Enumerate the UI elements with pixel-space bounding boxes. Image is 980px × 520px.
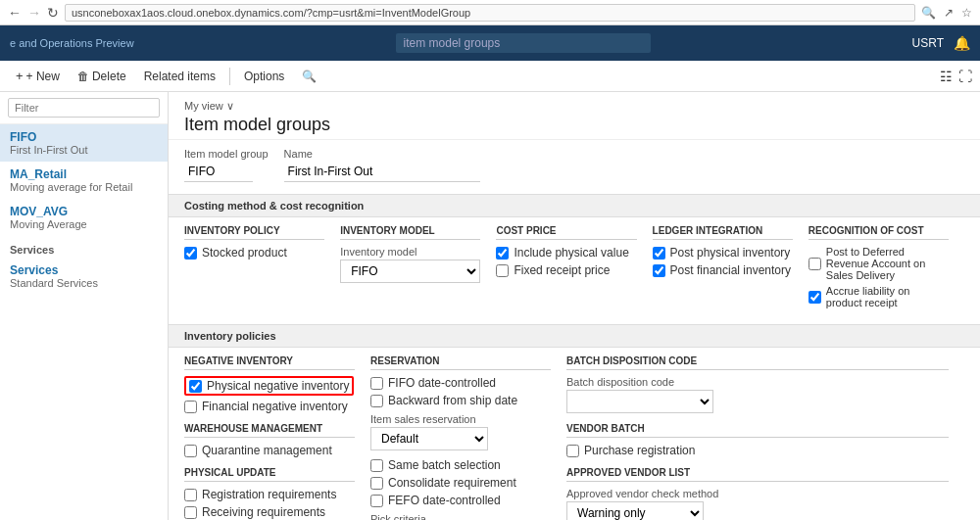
registration-checkbox[interactable] [184,489,197,501]
fixed-receipt-row: Fixed receipt price [496,263,636,277]
related-items-button[interactable]: Related items [136,66,223,87]
batch-col: BATCH DISPOSITION CODE Batch disposition… [566,355,964,520]
accrue-liability-label: Accrue liability on product receipt [826,285,949,308]
physical-negative-checkbox[interactable] [189,380,202,393]
check-method-select[interactable]: Warning only Not allowed Allowed [566,501,704,520]
recognition-header: RECOGNITION OF COST [808,225,949,240]
search-icon[interactable]: 🔍 [921,6,936,20]
quarantine-checkbox[interactable] [184,445,197,457]
fifo-date-row: FIFO date-controlled [370,376,551,390]
notification-icon[interactable]: 🔔 [954,35,970,51]
item-group-row: Item model group Name [169,140,980,190]
options-button[interactable]: Options [236,66,292,87]
fifo-date-label: FIFO date-controlled [388,376,496,390]
receiving-row: Receiving requirements [184,505,355,519]
forward-icon[interactable]: → [27,5,41,21]
financial-negative-checkbox[interactable] [184,401,197,413]
purchase-reg-checkbox[interactable] [566,445,579,457]
post-physical-checkbox[interactable] [653,247,665,260]
cmd-right: ☷ ⛶ [940,69,972,84]
separator [229,68,230,85]
fixed-receipt-checkbox[interactable] [496,264,509,277]
url-bar[interactable] [65,4,915,22]
stocked-product-row: Stocked product [184,246,324,260]
accrue-liability-checkbox[interactable] [808,291,821,304]
batch-header: BATCH DISPOSITION CODE [566,355,949,370]
inv-policy-header: INVENTORY POLICY [184,225,324,240]
sidebar-item-ma-retail[interactable]: MA_Retail Moving average for Retail [0,162,168,199]
item-sales-select[interactable]: Default Manual Automatic [370,427,488,450]
app-title: e and Operations Preview [10,37,134,49]
inventory-model-col: INVENTORY MODEL Inventory model FIFO LIF… [340,225,496,312]
sidebar-item-desc: Moving average for Retail [10,181,158,193]
name-input[interactable] [284,162,480,182]
fifo-date-checkbox[interactable] [370,377,383,390]
warehouse-header: WAREHOUSE MANAGEMENT [184,423,355,438]
pick-criteria-field: Pick criteria [370,513,551,520]
ledger-integration-col: LEDGER INTEGRATION Post physical invento… [653,225,808,312]
grid-icon[interactable]: ☷ [940,69,953,84]
include-physical-label: Include physical value [514,246,628,260]
receiving-checkbox[interactable] [184,506,197,519]
page-title: Item model groups [184,115,964,135]
stocked-product-checkbox[interactable] [184,247,197,260]
consolidate-row: Consolidate requirement [370,476,551,490]
batch-label: Batch disposition code [566,376,949,388]
app-header: e and Operations Preview USRT 🔔 [0,25,980,61]
post-physical-row: Post physical inventory [653,246,793,260]
accrue-liability-row: Accrue liability on product receipt [808,285,949,308]
search-command-button[interactable]: 🔍 [294,66,324,87]
item-sales-field: Item sales reservation Default Manual Au… [370,413,551,450]
back-icon[interactable]: ← [8,5,22,21]
post-deferred-row: Post to Deferred Revenue Account on Sale… [808,246,949,281]
refresh-icon[interactable]: ↻ [47,5,59,21]
sidebar-section-services: Services [0,236,168,258]
inventory-policy-col: INVENTORY POLICY Stocked product [184,225,340,312]
backward-checkbox[interactable] [370,395,383,407]
inv-policies-columns: NEGATIVE INVENTORY Physical negative inv… [169,348,980,520]
batch-select[interactable] [566,390,713,413]
sidebar-item-mov-avg[interactable]: MOV_AVG Moving Average [0,199,168,236]
sidebar-item-fifo[interactable]: FIFO First In-First Out [0,124,168,162]
header-right: USRT 🔔 [912,35,970,51]
inventory-model-label: Inventory model [340,246,480,258]
sidebar-item-services[interactable]: Services Standard Services [0,258,168,295]
reservation-col: RESERVATION FIFO date-controlled Backwar… [370,355,566,520]
sidebar: FIFO First In-First Out MA_Retail Moving… [0,92,169,520]
consolidate-checkbox[interactable] [370,477,383,490]
delete-icon: 🗑 [77,70,89,83]
global-search-input[interactable] [396,33,651,53]
reservation-header: RESERVATION [370,355,551,370]
physical-update-header: PHYSICAL UPDATE [184,467,355,482]
fixed-receipt-label: Fixed receipt price [514,263,610,277]
inventory-model-select[interactable]: FIFO LIFO Moving average Standard cost [340,260,480,283]
browser-icons: 🔍 ↗ ☆ [921,6,972,20]
quarantine-label: Quarantine management [202,444,332,457]
new-button[interactable]: + + New [8,65,68,87]
browser-bar: ← → ↻ 🔍 ↗ ☆ [0,0,980,25]
filter-input[interactable] [8,98,160,118]
item-model-group-input[interactable] [184,162,253,182]
include-physical-checkbox[interactable] [496,247,509,260]
delete-button[interactable]: 🗑 Delete [70,66,134,87]
inv-policies-section-header: Inventory policies [169,324,980,348]
post-financial-checkbox[interactable] [653,264,665,277]
backward-label: Backward from ship date [388,394,517,407]
fefo-checkbox[interactable] [370,495,383,507]
ledger-header: LEDGER INTEGRATION [653,225,793,240]
search-bar [144,33,903,53]
share-icon[interactable]: ↗ [944,6,954,20]
receiving-label: Receiving requirements [202,505,325,519]
new-icon: + [16,69,24,83]
name-label: Name [284,148,480,160]
star-icon[interactable]: ☆ [961,6,972,20]
same-batch-checkbox[interactable] [370,459,383,472]
stocked-product-label: Stocked product [202,246,287,260]
fefo-row: FEFO date-controlled [370,494,551,507]
backward-row: Backward from ship date [370,394,551,407]
fullscreen-icon[interactable]: ⛶ [958,69,972,84]
purchase-reg-label: Purchase registration [584,444,695,457]
post-deferred-checkbox[interactable] [808,258,821,270]
view-label[interactable]: My view ∨ [184,100,964,113]
registration-row: Registration requirements [184,488,355,501]
